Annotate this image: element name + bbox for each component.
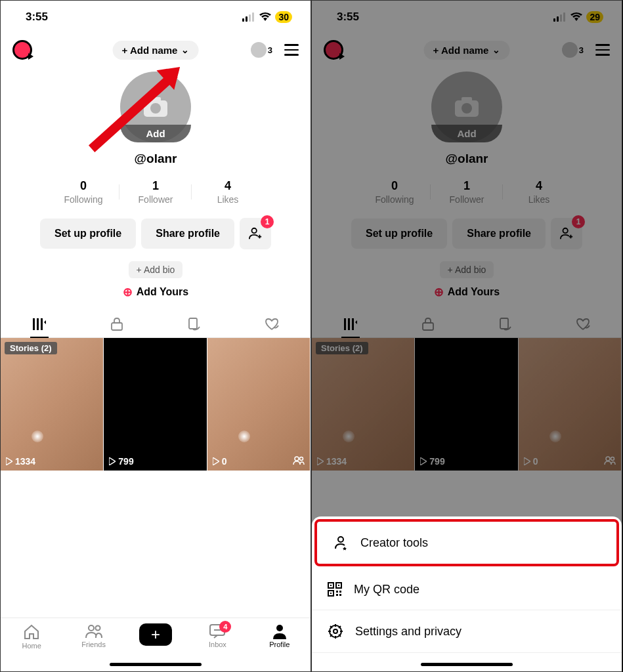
- following-stat[interactable]: 0Following: [358, 179, 431, 205]
- heart-icon: [576, 318, 590, 330]
- tab-liked[interactable]: [233, 311, 311, 337]
- content-tabs: [1, 311, 311, 338]
- add-friend-button[interactable]: 1: [240, 218, 271, 249]
- add-name-button[interactable]: + Add name ⌄: [113, 41, 199, 60]
- grid-item-2[interactable]: 799: [104, 338, 207, 471]
- grid-item-3[interactable]: 0: [207, 338, 311, 471]
- menu-creator-tools[interactable]: Creator tools: [314, 519, 619, 566]
- svg-point-7: [252, 228, 257, 233]
- menu-button[interactable]: [595, 44, 610, 56]
- menu-sheet: Creator tools My QR code Settings and pr…: [312, 516, 622, 671]
- tab-private[interactable]: [389, 311, 467, 337]
- add-friend-icon: [559, 226, 574, 241]
- people-icon: [604, 456, 616, 465]
- add-name-button[interactable]: + Add name ⌄: [424, 41, 510, 60]
- menu-button[interactable]: [284, 44, 299, 56]
- lock-icon: [422, 318, 434, 331]
- svg-rect-0: [242, 18, 244, 22]
- play-count-3: 0: [524, 456, 538, 467]
- top-right-controls: 3: [251, 42, 299, 58]
- people-icon: [293, 456, 305, 465]
- setup-profile-button[interactable]: Set up profile: [351, 219, 447, 249]
- svg-point-14: [299, 457, 303, 461]
- add-yours-icon: ⊕: [123, 285, 133, 299]
- creator-tools-icon: [333, 535, 349, 551]
- follower-stat[interactable]: 1Follower: [119, 179, 192, 205]
- viewers-button[interactable]: 3: [562, 42, 584, 58]
- tab-liked[interactable]: [544, 311, 622, 337]
- share-profile-button[interactable]: Share profile: [141, 219, 234, 249]
- svg-point-26: [462, 103, 472, 114]
- add-friend-button[interactable]: 1: [551, 218, 582, 249]
- svg-rect-39: [330, 585, 332, 586]
- tab-repost[interactable]: [467, 311, 544, 337]
- wifi-icon: [570, 12, 582, 22]
- create-button: +: [139, 623, 172, 646]
- svg-point-33: [606, 457, 610, 461]
- signal-icon: [242, 12, 255, 22]
- top-bar: + Add name ⌄ 3: [312, 33, 622, 66]
- menu-settings[interactable]: Settings and privacy: [312, 610, 622, 653]
- grid-item-3[interactable]: 0: [519, 338, 622, 471]
- follower-stat[interactable]: 1Follower: [431, 179, 503, 205]
- content-grid: Stories (2) 1334 799 0: [312, 338, 622, 471]
- tab-repost[interactable]: [156, 311, 233, 337]
- camera-icon: [455, 97, 479, 117]
- nav-home[interactable]: Home: [1, 623, 62, 650]
- likes-stat[interactable]: 4Likes: [192, 179, 264, 205]
- status-right: 29: [553, 11, 603, 23]
- nav-profile[interactable]: Profile: [249, 623, 311, 648]
- home-icon: [23, 623, 40, 640]
- svg-rect-43: [339, 591, 341, 593]
- live-icon[interactable]: [12, 40, 32, 60]
- avatar-add-label: Add: [431, 125, 502, 142]
- avatar-button[interactable]: Add: [120, 72, 191, 142]
- share-profile-button[interactable]: Share profile: [452, 219, 546, 249]
- stories-badge: Stories (2): [5, 342, 57, 354]
- grid-item-2[interactable]: 799: [415, 338, 518, 471]
- grid-item-1[interactable]: Stories (2) 1334: [312, 338, 415, 471]
- status-time: 3:55: [26, 10, 48, 24]
- svg-rect-2: [249, 14, 251, 22]
- status-time: 3:55: [337, 10, 359, 24]
- phone-right: 3:55 29 + Add name ⌄ 3 Add @olanr: [311, 0, 622, 672]
- nav-inbox[interactable]: 4 Inbox: [186, 623, 248, 648]
- wifi-icon: [259, 12, 271, 22]
- following-stat[interactable]: 0Following: [47, 179, 119, 205]
- tab-private[interactable]: [78, 311, 156, 337]
- home-indicator: [421, 663, 513, 666]
- grid-item-1[interactable]: Stories (2) 1334: [1, 338, 104, 471]
- qr-code-icon: [328, 582, 342, 597]
- add-bio-button[interactable]: + Add bio: [129, 261, 183, 278]
- svg-rect-3: [252, 12, 254, 22]
- svg-rect-11: [112, 323, 122, 330]
- stats-row: 0Following 1Follower 4Likes: [47, 179, 264, 205]
- svg-point-15: [89, 625, 94, 631]
- viewer-avatar-icon: [251, 42, 267, 58]
- nav-friends[interactable]: Friends: [62, 623, 124, 648]
- add-yours-button[interactable]: ⊕ Add Yours: [123, 285, 188, 299]
- tab-feed[interactable]: [312, 311, 389, 337]
- content-grid: Stories (2) 1334 799 0: [1, 338, 311, 471]
- svg-rect-5: [150, 97, 161, 102]
- likes-stat[interactable]: 4Likes: [503, 179, 575, 205]
- svg-rect-25: [462, 97, 472, 102]
- nav-create[interactable]: +: [125, 623, 186, 646]
- add-friend-icon: [248, 226, 263, 241]
- heart-icon: [265, 318, 279, 330]
- avatar-button[interactable]: Add: [431, 72, 502, 142]
- svg-point-16: [95, 626, 100, 631]
- add-bio-button[interactable]: + Add bio: [440, 261, 494, 278]
- profile-section: Add @olanr 0Following 1Follower 4Likes S…: [1, 66, 311, 299]
- add-yours-button[interactable]: ⊕ Add Yours: [434, 285, 500, 299]
- svg-rect-32: [500, 318, 508, 329]
- tab-feed[interactable]: [1, 311, 78, 337]
- setup-profile-button[interactable]: Set up profile: [40, 219, 136, 249]
- username: @olanr: [446, 152, 488, 166]
- menu-qr-code[interactable]: My QR code: [312, 569, 622, 610]
- top-bar: + Add name ⌄ 3: [1, 33, 311, 66]
- svg-rect-28: [344, 318, 346, 330]
- live-icon[interactable]: [324, 40, 343, 60]
- viewers-button[interactable]: 3: [251, 42, 272, 58]
- svg-rect-21: [557, 16, 559, 22]
